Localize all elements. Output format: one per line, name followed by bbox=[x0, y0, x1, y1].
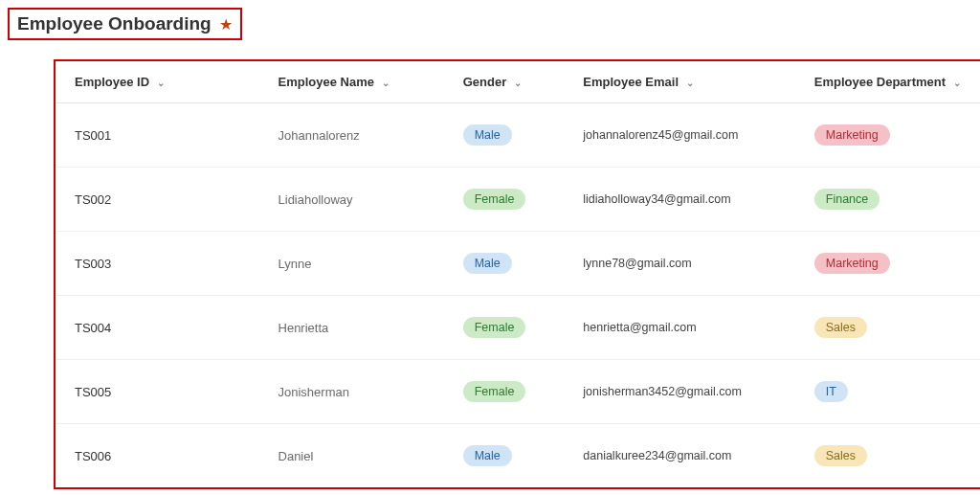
cell-department: Sales bbox=[795, 296, 980, 360]
department-badge: Marketing bbox=[814, 253, 890, 274]
table-row[interactable]: TS005JonishermanFemalejonisherman3452@gm… bbox=[56, 360, 980, 424]
cell-employee-name: Johannalorenz bbox=[259, 103, 444, 168]
table-row[interactable]: TS004HenriettaFemalehenrietta@gmail.comS… bbox=[56, 296, 980, 360]
department-badge: Marketing bbox=[814, 124, 890, 146]
gender-badge: Female bbox=[463, 317, 526, 338]
col-header-id-label: Employee ID bbox=[75, 75, 149, 89]
chevron-down-icon: ⌄ bbox=[953, 78, 961, 88]
cell-employee-name: Lidiaholloway bbox=[259, 168, 444, 232]
gender-badge: Female bbox=[463, 381, 526, 402]
table-row[interactable]: TS006DanielMaledanialkuree234@gmail.comS… bbox=[56, 424, 980, 488]
cell-department: Marketing bbox=[795, 103, 980, 168]
cell-department: Finance bbox=[795, 168, 980, 232]
gender-badge: Male bbox=[463, 124, 512, 146]
col-header-name[interactable]: Employee Name ⌄ bbox=[259, 61, 444, 103]
col-header-department-label: Employee Department bbox=[814, 75, 946, 89]
department-badge: IT bbox=[814, 381, 848, 402]
page-title-wrap: Employee Onboarding ★ bbox=[8, 8, 242, 40]
col-header-gender[interactable]: Gender ⌄ bbox=[444, 61, 565, 103]
cell-employee-name: Daniel bbox=[259, 424, 444, 488]
table-row[interactable]: TS003LynneMalelynne78@gmail.comMarketing bbox=[56, 232, 980, 296]
chevron-down-icon: ⌄ bbox=[514, 78, 522, 88]
cell-gender: Male bbox=[444, 232, 565, 296]
cell-email: jonisherman3452@gmail.com bbox=[564, 360, 795, 424]
col-header-department[interactable]: Employee Department ⌄ bbox=[795, 61, 980, 103]
cell-employee-id: TS002 bbox=[56, 168, 259, 232]
gender-badge: Female bbox=[463, 189, 526, 210]
chevron-down-icon: ⌄ bbox=[686, 78, 694, 88]
department-badge: Finance bbox=[814, 189, 880, 210]
cell-gender: Female bbox=[444, 168, 565, 232]
star-icon[interactable]: ★ bbox=[219, 15, 233, 34]
chevron-down-icon: ⌄ bbox=[157, 78, 165, 88]
col-header-email[interactable]: Employee Email ⌄ bbox=[564, 61, 795, 103]
col-header-email-label: Employee Email bbox=[583, 75, 679, 89]
cell-department: IT bbox=[795, 360, 980, 424]
col-header-gender-label: Gender bbox=[463, 75, 507, 89]
cell-email: danialkuree234@gmail.com bbox=[564, 424, 795, 488]
page-title: Employee Onboarding bbox=[17, 13, 212, 34]
employee-table: Employee ID ⌄ Employee Name ⌄ Gender ⌄ E… bbox=[56, 61, 980, 487]
cell-department: Marketing bbox=[795, 232, 980, 296]
cell-employee-name: Henrietta bbox=[259, 296, 444, 360]
cell-employee-name: Jonisherman bbox=[259, 360, 444, 424]
cell-gender: Male bbox=[444, 424, 565, 488]
col-header-name-label: Employee Name bbox=[278, 75, 374, 89]
cell-gender: Female bbox=[444, 360, 565, 424]
cell-employee-id: TS004 bbox=[56, 296, 259, 360]
cell-employee-id: TS005 bbox=[56, 360, 259, 424]
cell-email: henrietta@gmail.com bbox=[564, 296, 795, 360]
table-row[interactable]: TS002LidiahollowayFemalelidiaholloway34@… bbox=[56, 168, 980, 232]
cell-email: lynne78@gmail.com bbox=[564, 232, 795, 296]
cell-department: Sales bbox=[795, 424, 980, 488]
cell-employee-id: TS001 bbox=[56, 103, 259, 168]
cell-gender: Male bbox=[444, 103, 565, 168]
table-row[interactable]: TS001JohannalorenzMalejohannalorenz45@gm… bbox=[56, 103, 980, 168]
gender-badge: Male bbox=[463, 445, 512, 466]
gender-badge: Male bbox=[463, 253, 512, 274]
cell-employee-name: Lynne bbox=[259, 232, 444, 296]
cell-gender: Female bbox=[444, 296, 565, 360]
chevron-down-icon: ⌄ bbox=[382, 78, 390, 88]
cell-employee-id: TS006 bbox=[56, 424, 259, 488]
department-badge: Sales bbox=[814, 445, 867, 466]
col-header-id[interactable]: Employee ID ⌄ bbox=[56, 61, 259, 103]
department-badge: Sales bbox=[814, 317, 867, 338]
cell-email: johannalorenz45@gmail.com bbox=[564, 103, 795, 168]
cell-employee-id: TS003 bbox=[56, 232, 259, 296]
employee-table-wrap: Employee ID ⌄ Employee Name ⌄ Gender ⌄ E… bbox=[54, 59, 980, 489]
cell-email: lidiaholloway34@gmail.com bbox=[564, 168, 795, 232]
